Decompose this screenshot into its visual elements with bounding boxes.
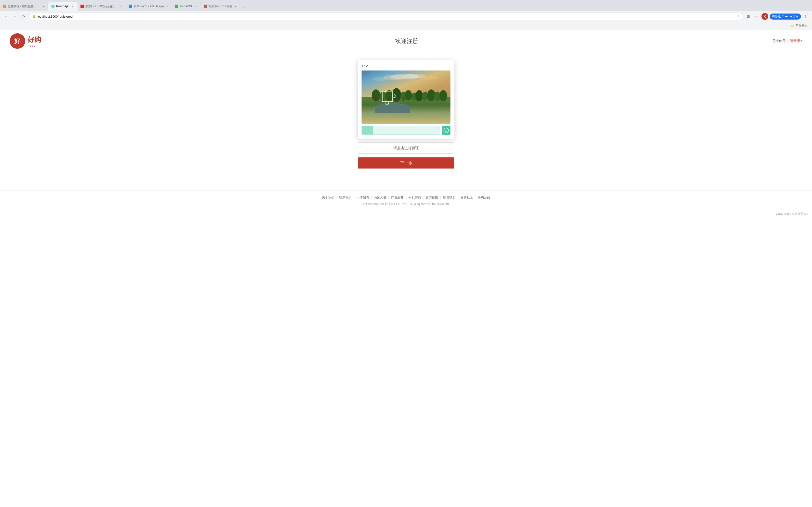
svg-point-18 xyxy=(439,90,447,101)
footer-link-ads[interactable]: 广告服务 xyxy=(391,195,404,200)
url-text: localhost:3000/registered xyxy=(38,15,735,18)
tab-antd[interactable]: 表单 Form - Ant Design ✕ xyxy=(126,2,172,11)
footer-sep-5: | xyxy=(406,195,406,200)
tab-label-3: 京东(JD.COM)-正品低价、品... xyxy=(85,4,118,8)
tab-favicon-6 xyxy=(204,5,207,8)
verify-button[interactable]: 请点击进行验证 xyxy=(358,143,454,154)
site-header: 好 好购 Hogo 欢迎注册 已有账号？ 请登录> xyxy=(0,30,812,53)
footer-sep-3: | xyxy=(371,195,372,200)
more-options-button[interactable]: ⋮ xyxy=(802,13,809,20)
slider-track[interactable] xyxy=(361,126,440,135)
site-footer: 关于我们 | 联系我们 | 人才招聘 | 商家入驻 | 广告服务 | 手机好购 … xyxy=(0,190,812,211)
smile-icon xyxy=(444,128,449,133)
puzzle-piece xyxy=(382,91,394,103)
slider-fill xyxy=(362,126,373,134)
logo-text-area: 好购 Hogo xyxy=(28,35,41,47)
tab-close-1[interactable]: ✕ xyxy=(42,4,45,8)
footer-sep-1: | xyxy=(337,195,337,200)
footer-link-contact[interactable]: 联系我们 xyxy=(339,195,352,200)
footer-sep-6: | xyxy=(423,195,424,200)
tab-close-2[interactable]: ✕ xyxy=(71,4,75,8)
tab-label-2: React App xyxy=(56,5,69,8)
tab-label-4: 表单 Form - Ant Design xyxy=(134,4,164,8)
page-title: 欢迎注册 xyxy=(41,37,772,45)
url-bar[interactable]: 🔒 localhost:3000/registered ☆ xyxy=(29,12,743,20)
tab-close-4[interactable]: ✕ xyxy=(165,4,169,8)
lock-icon: 🔒 xyxy=(32,15,36,18)
tab-close-3[interactable]: ✕ xyxy=(119,4,123,8)
all-bookmarks-label: 所有书签 xyxy=(796,24,807,28)
svg-point-12 xyxy=(405,90,412,101)
footer-link-about[interactable]: 关于我们 xyxy=(322,195,335,200)
bookmark-star-icon[interactable]: ☆ xyxy=(737,15,740,18)
svg-text:好: 好 xyxy=(14,38,21,45)
tab-react-app[interactable]: React App ✕ xyxy=(48,2,78,11)
footer-sep-8: | xyxy=(457,195,458,200)
footer-links: 关于我们 | 联系我们 | 人才招聘 | 商家入驻 | 广告服务 | 手机好购 … xyxy=(5,195,807,200)
svg-rect-9 xyxy=(396,98,397,102)
svg-point-14 xyxy=(415,90,423,101)
header-right: 已有账号？ 请登录> xyxy=(772,39,802,43)
footer-link-jobs[interactable]: 人才招聘 xyxy=(356,195,369,200)
tab-label-6: 写文章-CSDN博客 xyxy=(209,4,232,8)
svg-point-26 xyxy=(447,130,447,130)
tab-favicon-3 xyxy=(81,5,84,8)
profile-button[interactable]: X xyxy=(761,13,768,20)
footer-bottom: CSDN @好好急急 版面42© xyxy=(0,211,812,217)
brand-name: 好购 xyxy=(28,35,41,44)
footer-copyright: YhCreate@2024 联系我们 1187921847@qq.com && … xyxy=(5,202,807,206)
bookmark-folder-icon: 📁 xyxy=(791,24,795,27)
page-content: 好 好购 Hogo 欢迎注册 已有账号？ 请登录> Title xyxy=(0,30,812,507)
logo-area: 好 好购 Hogo xyxy=(10,33,41,49)
split-screen-button[interactable]: ▭ xyxy=(753,13,760,20)
new-tab-button[interactable]: + xyxy=(242,4,248,11)
all-bookmarks-item[interactable]: 📁 所有书签 xyxy=(789,23,809,28)
next-button[interactable]: 下一步 xyxy=(358,157,454,169)
svg-point-24 xyxy=(444,128,449,133)
puzzle-bump-bottom xyxy=(386,102,389,105)
bookmarks-bar: 📁 所有书签 xyxy=(0,22,812,30)
svg-rect-11 xyxy=(403,98,404,101)
tab-label-1: 颜色吸管 - 在线颜色工具 - Pho... xyxy=(8,4,40,8)
forward-button[interactable]: → xyxy=(12,13,18,20)
footer-link-merchant[interactable]: 商家入驻 xyxy=(374,195,387,200)
tab-jd[interactable]: 京东(JD.COM)-正品低价、品... ✕ xyxy=(78,2,126,11)
brand-sub: Hogo xyxy=(28,44,41,47)
toolbar-actions: ⊡ ▭ X 有新版 Chrome 可用 ⋮ xyxy=(745,13,809,20)
footer-link-community[interactable]: 好购社区 xyxy=(460,195,473,200)
water-layer xyxy=(375,103,410,113)
logo-icon: 好 xyxy=(10,33,25,49)
captcha-image xyxy=(361,70,451,124)
footer-link-mobile[interactable]: 手机好购 xyxy=(408,195,421,200)
footer-sep-2: | xyxy=(354,195,355,200)
footer-link-friends[interactable]: 友情链接 xyxy=(425,195,438,200)
tab-favicon-4 xyxy=(129,5,132,8)
footer-link-sales[interactable]: 销售联盟 xyxy=(443,195,456,200)
back-button[interactable]: ← xyxy=(3,13,10,20)
svg-point-22 xyxy=(419,76,439,80)
smile-button[interactable] xyxy=(442,126,451,135)
svg-point-25 xyxy=(445,130,446,130)
footer-link-charity[interactable]: 好购公益 xyxy=(477,195,490,200)
footer-sep-9: | xyxy=(475,195,476,200)
tab-favicon-5 xyxy=(175,5,178,8)
browser-frame: 颜色吸管 - 在线颜色工具 - Pho... ✕ React App ✕ 京东(… xyxy=(0,0,812,30)
captcha-title: Title xyxy=(361,64,451,68)
reload-button[interactable]: ↻ xyxy=(20,13,27,20)
tab-close-6[interactable]: ✕ xyxy=(234,4,238,8)
main-content: Title xyxy=(0,53,812,176)
tab-close-5[interactable]: ✕ xyxy=(194,4,198,8)
tab-favicon-1 xyxy=(3,5,6,8)
cast-button[interactable]: ⊡ xyxy=(745,13,752,20)
svg-point-23 xyxy=(372,77,389,80)
tab-favicon-2 xyxy=(51,5,55,8)
logo-svg: 好 xyxy=(11,35,24,48)
tab-alchat[interactable]: AlchatOS ✕ xyxy=(172,2,201,11)
puzzle-outline xyxy=(382,91,393,102)
tab-csdn[interactable]: 写文章-CSDN博客 ✕ xyxy=(201,2,241,11)
chrome-update-button[interactable]: 有新版 Chrome 可用 xyxy=(770,13,801,19)
browser-tabs: 颜色吸管 - 在线颜色工具 - Pho... ✕ React App ✕ 京东(… xyxy=(0,0,812,11)
tab-color-picker[interactable]: 颜色吸管 - 在线颜色工具 - Pho... ✕ xyxy=(0,2,48,11)
login-link[interactable]: 请登录> xyxy=(790,39,802,43)
has-account-text: 已有账号？ xyxy=(772,39,789,43)
